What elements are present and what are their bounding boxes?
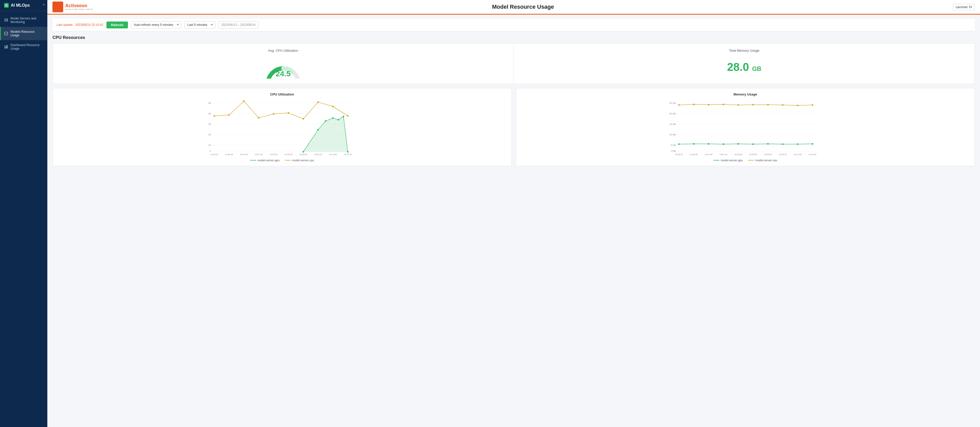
app-title: AI MLOps <box>11 3 30 8</box>
chart-icon <box>4 32 8 35</box>
svg-text:15:06:00: 15:06:00 <box>210 153 218 156</box>
svg-rect-9 <box>6 46 6 48</box>
mem-legend-cpu: model-server-cpu <box>748 159 777 162</box>
sidebar: × AI AI MLOps Model Servers and Monitori… <box>0 0 47 427</box>
server-icon <box>4 18 8 22</box>
dashboard-icon <box>4 45 8 49</box>
mem-legend-gpu: model-server-gpu <box>713 159 743 162</box>
page-title: Model Resource Usage <box>97 3 949 10</box>
legend-cpu-dot <box>285 160 291 161</box>
refresh-button[interactable]: Refresh <box>107 22 128 29</box>
memory-number: 28.0 <box>727 61 749 73</box>
svg-text:15:08:00: 15:08:00 <box>734 153 742 156</box>
svg-text:15:07:30: 15:07:30 <box>255 153 263 156</box>
sidebar-nav: Model Servers and Monitoring Models Reso… <box>0 14 47 54</box>
cpu-chart-svg: 50 40 30 20 10 0 15:06:00 15:06:30 <box>57 99 508 156</box>
svg-text:20: 20 <box>208 133 211 136</box>
toolbar: Last update: 2023/06/14 15:10:42 Refresh… <box>52 19 975 31</box>
svg-point-76 <box>693 104 694 105</box>
legend-cpu: model-server-cpu <box>285 159 314 162</box>
user-name: caromel <box>956 5 967 9</box>
svg-point-46 <box>302 151 304 153</box>
svg-text:15:06:30: 15:06:30 <box>690 153 698 156</box>
svg-point-91 <box>767 143 768 145</box>
svg-point-94 <box>811 143 813 145</box>
svg-point-81 <box>767 104 768 105</box>
svg-text:15:08:00: 15:08:00 <box>270 153 278 156</box>
memory-chart-card: Memory Usage 25 GB 20 GB 15 GB 10 GB 5 G… <box>516 88 975 166</box>
logo-box <box>52 2 63 12</box>
cpu-resources-title: CPU Resources <box>52 35 975 40</box>
svg-text:15:07:00: 15:07:00 <box>240 153 248 156</box>
svg-text:15 GB: 15 GB <box>669 123 676 126</box>
svg-point-87 <box>708 143 709 145</box>
total-memory-card: Total Memory Usage 28.0 GB <box>514 43 975 84</box>
cpu-chart-title: CPU Utilization <box>57 92 508 96</box>
time-range-select[interactable]: Last 5 minutes <box>185 21 215 29</box>
charts-row: CPU Utilization 50 40 30 20 10 0 <box>52 88 975 166</box>
cpu-chart-card: CPU Utilization 50 40 30 20 10 0 <box>52 88 512 166</box>
svg-point-83 <box>797 105 798 106</box>
svg-text:30: 30 <box>208 123 211 126</box>
svg-point-38 <box>243 100 245 102</box>
activeeon-logo-icon <box>54 3 62 11</box>
sidebar-item-dashboard-resource[interactable]: Dashboard Resource Usage <box>0 40 47 54</box>
legend-gpu-label: model-server-gpu <box>258 159 279 162</box>
svg-text:10: 10 <box>208 144 211 147</box>
svg-text:15:09:30: 15:09:30 <box>314 153 322 156</box>
svg-rect-10 <box>6 46 7 48</box>
legend-cpu-label: model-server-cpu <box>292 159 314 162</box>
mem-legend-cpu-label: model-server-cpu <box>755 159 777 162</box>
svg-point-77 <box>708 104 709 105</box>
svg-point-49 <box>332 117 334 119</box>
mem-legend-gpu-label: model-server-gpu <box>721 159 743 162</box>
sidebar-item-model-servers[interactable]: Model Servers and Monitoring <box>0 14 47 27</box>
svg-point-80 <box>752 104 754 105</box>
memory-chart-legend: model-server-gpu model-server-cpu <box>520 159 971 162</box>
svg-text:15:10:30: 15:10:30 <box>344 153 352 156</box>
avg-cpu-title: Avg. CPU Utilization <box>268 49 298 53</box>
cpu-chart-legend: model-server-gpu model-server-cpu <box>57 159 508 162</box>
svg-point-86 <box>693 143 694 145</box>
svg-text:0 kB: 0 kB <box>671 150 676 152</box>
svg-text:15:09:30: 15:09:30 <box>779 153 787 156</box>
svg-rect-13 <box>56 6 59 10</box>
gauge-value: 24.5 <box>263 69 304 78</box>
close-icon[interactable]: × <box>43 3 45 6</box>
svg-point-50 <box>337 119 339 121</box>
sidebar-item-models-resource-label: Models Resource Usage <box>11 30 44 37</box>
svg-text:5 GB: 5 GB <box>670 144 676 147</box>
svg-point-47 <box>317 129 319 131</box>
last-update: Last update: 2023/06/14 15:10:42 <box>57 23 103 27</box>
cpu-yellow-line <box>214 101 348 119</box>
svg-text:15:10:30: 15:10:30 <box>808 153 816 156</box>
svg-text:50: 50 <box>208 102 211 104</box>
memory-chart-title: Memory Usage <box>520 92 971 96</box>
content-area: Last update: 2023/06/14 15:10:42 Refresh… <box>47 14 980 427</box>
svg-rect-8 <box>5 47 6 48</box>
svg-point-43 <box>317 101 319 103</box>
svg-point-89 <box>737 143 739 145</box>
main-area: Activeeon SCALE BEYOND LIMITS Model Reso… <box>47 0 980 427</box>
svg-point-37 <box>228 114 230 116</box>
avg-cpu-card: Avg. CPU Utilization 24.5 <box>53 43 514 84</box>
app-icon: AI <box>4 3 9 8</box>
sidebar-item-dashboard-resource-label: Dashboard Resource Usage <box>11 43 44 51</box>
svg-text:15:08:30: 15:08:30 <box>749 153 757 156</box>
last-update-label: Last update: <box>57 23 73 27</box>
svg-text:15:07:30: 15:07:30 <box>719 153 727 156</box>
svg-point-88 <box>722 143 724 145</box>
memory-yellow-line <box>679 104 812 105</box>
svg-text:40: 40 <box>208 112 211 115</box>
svg-point-41 <box>288 112 289 114</box>
svg-point-5 <box>7 21 8 21</box>
svg-text:15:06:30: 15:06:30 <box>225 153 233 156</box>
logo-area: Activeeon SCALE BEYOND LIMITS <box>52 2 93 12</box>
sidebar-item-models-resource[interactable]: Models Resource Usage <box>0 27 47 40</box>
svg-point-40 <box>273 113 274 115</box>
svg-point-75 <box>678 104 679 106</box>
auto-refresh-select[interactable]: Auto-refresh every 5 minutes <box>131 21 181 29</box>
user-badge[interactable]: caromel <box>953 4 975 10</box>
svg-text:15:07:00: 15:07:00 <box>705 153 713 156</box>
svg-text:15:09:00: 15:09:00 <box>764 153 772 156</box>
